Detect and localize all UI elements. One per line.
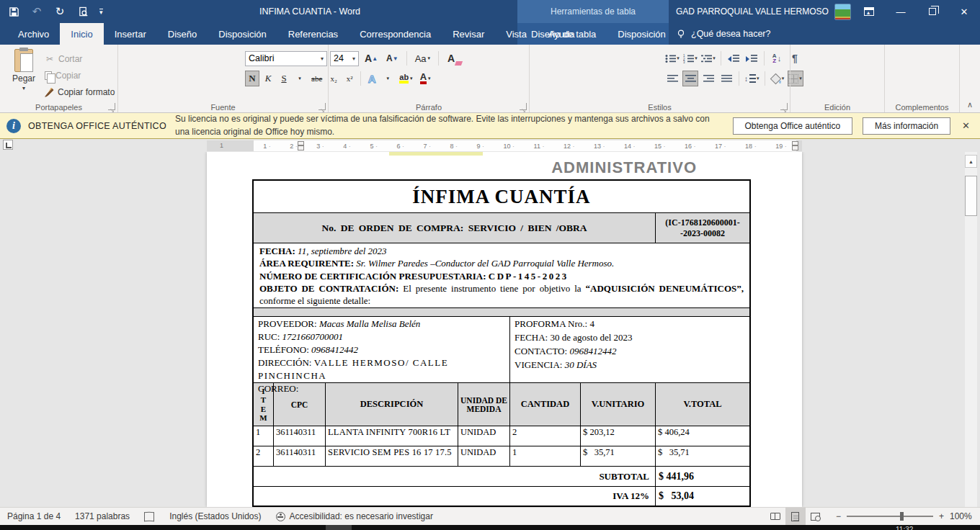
header-vunitario[interactable]: V.UNITARIO [581,383,656,426]
ribbon-tab[interactable]: Diseño [157,23,208,45]
header-descripcion[interactable]: DESCRIPCIÓN [326,383,458,426]
get-office-button[interactable]: Obtenga Office auténtico [733,117,853,135]
underline-caret-icon[interactable]: ▾ [293,71,307,86]
provider-cell[interactable]: PROVEEDOR: Macas Malla Melisa Belén RUC:… [254,317,510,382]
scrollbar-thumb[interactable] [965,176,977,216]
account-avatar[interactable] [834,4,851,20]
ribbon-tab[interactable]: Archivo [7,23,60,45]
left-indent-marker[interactable] [298,141,304,150]
contextual-tools-label: Herramientas de tabla [551,6,636,17]
header-cpc[interactable]: CPC [274,383,326,426]
cut-button[interactable]: ✂ Cortar [45,52,82,66]
cell-item: 1 [254,426,274,446]
close-button[interactable]: ✕ [948,0,980,23]
minimize-button[interactable]: — [885,0,917,23]
font-name-combo[interactable]: Calibri ▾ [245,51,327,66]
language-indicator[interactable]: Inglés (Estados Unidos) [162,508,268,525]
print-preview-icon[interactable] [76,5,89,18]
total-value: $ 53,04 [656,487,749,506]
customize-qat-icon[interactable]: ▾ [99,9,103,14]
cell-cantidad: 1 [510,446,581,466]
header-cantidad[interactable]: CANTIDAD [510,383,581,426]
order-code[interactable]: (IC-1768120600001--2023-00082 [656,213,749,243]
total-row[interactable]: IVA 12% $ 53,04 [254,487,749,506]
header-vtotal[interactable]: V.TOTAL [656,383,749,426]
ribbon-tab[interactable]: Referencias [277,23,349,45]
ribbon-tab[interactable]: Correspondencia [349,23,442,45]
strikethrough-button[interactable]: abe [308,71,325,86]
format-painter-button[interactable]: Copiar formato [45,85,115,99]
paste-button[interactable]: Pegar ▾ [7,49,40,101]
cell-vtotal: $ 406,24 [656,426,749,446]
ruler-number: 18 [745,143,757,150]
zoom-percent[interactable]: 100% [950,511,980,521]
collapse-ribbon-icon[interactable]: ∧ [967,100,973,109]
zoom-out-icon[interactable]: − [836,511,841,521]
header-unidad[interactable]: UNIDAD DE MEDIDA [458,383,510,426]
scissors-icon: ✂ [45,54,55,64]
order-label[interactable]: No. DE ORDEN DE COMPRA: SERVICIO / BIEN … [254,213,656,243]
print-layout-button[interactable] [785,508,806,526]
info-line: ÁREA REQUIRENTE: Sr. Wilmer Paredes –Con… [259,257,744,269]
taskbar-sliver: 11:32 [0,525,980,530]
ribbon-tab[interactable]: Insertar [104,23,157,45]
tell-me-box[interactable]: ¿Qué desea hacer? [676,23,771,45]
ruler-margin-number: 1 [220,142,223,149]
web-layout-icon [811,513,820,521]
table-row[interactable]: 2 361140311 SERVICIO SEM PES 16 17 17.5 … [254,446,749,467]
horizontal-ruler[interactable]: 1 12345678910111213141516171819 [0,139,980,152]
bold-button[interactable]: N [245,71,259,86]
redo-icon[interactable]: ↻ [53,5,66,18]
zoom-slider-handle[interactable] [900,512,904,521]
page-indicator[interactable]: Página 1 de 4 [0,508,68,525]
title-bar: Herramientas de tabla ↶ ↻ ▾ INFIMA CUANT… [0,0,980,23]
format-painter-icon [45,88,54,97]
read-mode-icon [770,513,780,520]
print-layout-icon [791,512,799,521]
paragraph-dialog-launcher-icon[interactable] [520,103,527,110]
account-area[interactable]: GAD PARROQUIAL VALLE HERMOSO [676,0,851,23]
italic-button[interactable]: K [261,71,275,86]
font-dialog-launcher-icon[interactable] [318,103,326,110]
restore-button[interactable] [917,0,948,23]
table-row[interactable]: 1 361140311 LLANTA INFINITY 700R16 LT UN… [254,426,749,446]
total-row[interactable]: SUBTOTAL $ 441,96 [254,467,749,487]
scroll-up-icon[interactable]: ▲ [965,155,977,168]
clipboard-dialog-launcher-icon[interactable] [108,103,115,110]
save-icon[interactable] [7,5,20,18]
contextual-ribbon-tab[interactable]: Diseño de tabla [520,23,607,45]
right-indent-marker[interactable] [792,141,798,150]
ribbon-tab[interactable]: Inicio [60,23,103,45]
taskbar-clock: 11:32 [896,526,913,530]
cell-cpc: 361140311 [274,426,326,446]
accessibility-status[interactable]: Accesibilidad: es necesario investigar [269,508,440,525]
word-count[interactable]: 1371 palabras [68,508,137,525]
zoom-in-icon[interactable]: + [939,511,944,521]
tab-selector[interactable] [3,140,13,150]
undo-icon[interactable]: ↶ [30,5,43,18]
web-layout-button[interactable] [806,508,826,526]
provider-proforma-row: PROVEEDOR: Macas Malla Melisa Belén RUC:… [254,317,749,383]
copy-button[interactable]: Copiar [45,68,81,83]
read-mode-button[interactable] [765,508,785,526]
ribbon-tab[interactable]: Revisar [442,23,495,45]
contextual-ribbon-tab[interactable]: Disposición [607,23,676,45]
more-info-button[interactable]: Más información [863,117,950,135]
underline-button[interactable]: S [277,71,291,86]
proofing-status[interactable] [137,508,162,525]
window-title: INFIMA CUANTIA - Word [259,0,360,23]
document-page[interactable]: ADMINISTRATIVO ÍNFIMA CUANTÍA No. DE ORD… [207,152,802,507]
zoom-slider[interactable] [847,516,933,517]
ruler-number: 5 [370,143,378,150]
header-item[interactable]: ITEM [254,383,274,426]
vertical-scrollbar[interactable]: ▲ [965,152,977,507]
paste-icon [14,49,33,72]
ribbon-tab[interactable]: Disposición [208,23,277,45]
order-info-block[interactable]: FECHA: 11, septiembre del 2023 ÁREA REQU… [254,243,749,308]
cell-unidad: UNIDAD [458,426,510,446]
proforma-cell[interactable]: PROFORMA Nro.: 4 FECHA: 30 de agosto del… [510,317,749,382]
license-close-icon[interactable]: ✕ [962,120,970,131]
ribbon-display-options-button[interactable] [853,0,885,23]
styles-dialog-launcher-icon[interactable] [780,103,788,110]
document-title[interactable]: ÍNFIMA CUANTÍA [254,181,749,213]
